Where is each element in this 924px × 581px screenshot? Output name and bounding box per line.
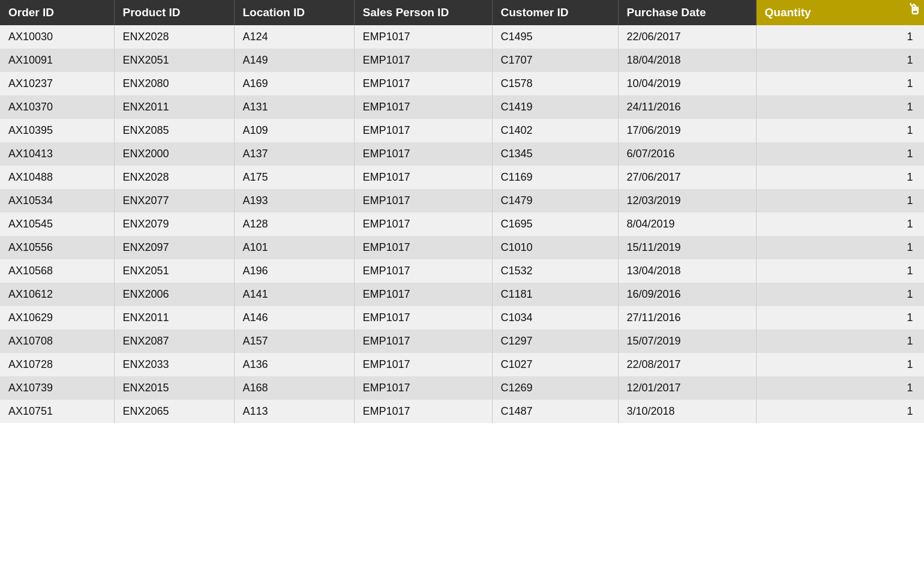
cell-location_id: A169 (234, 72, 354, 95)
cell-product_id: ENX2011 (114, 95, 234, 119)
cell-sales_person_id: EMP1017 (354, 376, 492, 400)
table-row: AX10370ENX2011A131EMP1017C141924/11/2016… (0, 95, 924, 119)
cell-purchase_date: 10/04/2019 (618, 72, 756, 95)
table-row: AX10395ENX2085A109EMP1017C140217/06/2019… (0, 119, 924, 142)
cell-customer_id: C1487 (492, 400, 618, 423)
cell-order_id: AX10556 (0, 236, 114, 259)
cell-sales_person_id: EMP1017 (354, 330, 492, 353)
cell-location_id: A101 (234, 236, 354, 259)
cell-location_id: A128 (234, 212, 354, 236)
cell-product_id: ENX2079 (114, 212, 234, 236)
cell-quantity: 1 (756, 259, 924, 283)
cell-location_id: A131 (234, 95, 354, 119)
cell-customer_id: C1010 (492, 236, 618, 259)
cell-purchase_date: 27/11/2016 (618, 306, 756, 330)
cell-order_id: AX10413 (0, 142, 114, 166)
cell-product_id: ENX2028 (114, 166, 234, 189)
cell-purchase_date: 22/06/2017 (618, 25, 756, 49)
cell-sales_person_id: EMP1017 (354, 119, 492, 142)
cell-order_id: AX10739 (0, 376, 114, 400)
table-row: AX10091ENX2051A149EMP1017C170718/04/2018… (0, 49, 924, 72)
cell-product_id: ENX2011 (114, 306, 234, 330)
cell-location_id: A109 (234, 119, 354, 142)
cell-sales_person_id: EMP1017 (354, 189, 492, 212)
cell-purchase_date: 17/06/2019 (618, 119, 756, 142)
cell-product_id: ENX2051 (114, 259, 234, 283)
cell-quantity: 1 (756, 376, 924, 400)
cell-sales_person_id: EMP1017 (354, 400, 492, 423)
col-header-quantity[interactable]: Quantity 🖱 (756, 0, 924, 25)
cell-location_id: A137 (234, 142, 354, 166)
table-row: AX10751ENX2065A113EMP1017C14873/10/20181 (0, 400, 924, 423)
cell-purchase_date: 15/11/2019 (618, 236, 756, 259)
cell-quantity: 1 (756, 25, 924, 49)
cell-location_id: A124 (234, 25, 354, 49)
cell-quantity: 1 (756, 142, 924, 166)
cell-order_id: AX10545 (0, 212, 114, 236)
cell-customer_id: C1578 (492, 72, 618, 95)
cell-sales_person_id: EMP1017 (354, 353, 492, 376)
cell-order_id: AX10395 (0, 119, 114, 142)
cell-customer_id: C1297 (492, 330, 618, 353)
cell-product_id: ENX2028 (114, 25, 234, 49)
cell-order_id: AX10370 (0, 95, 114, 119)
cell-quantity: 1 (756, 353, 924, 376)
cell-quantity: 1 (756, 330, 924, 353)
cell-customer_id: C1269 (492, 376, 618, 400)
table-row: AX10488ENX2028A175EMP1017C116927/06/2017… (0, 166, 924, 189)
col-header-order-id: Order ID (0, 0, 114, 25)
cell-quantity: 1 (756, 119, 924, 142)
cell-sales_person_id: EMP1017 (354, 49, 492, 72)
cell-customer_id: C1402 (492, 119, 618, 142)
table-row: AX10413ENX2000A137EMP1017C13456/07/20161 (0, 142, 924, 166)
cell-quantity: 1 (756, 72, 924, 95)
cell-sales_person_id: EMP1017 (354, 166, 492, 189)
cell-customer_id: C1495 (492, 25, 618, 49)
cell-purchase_date: 8/04/2019 (618, 212, 756, 236)
cell-location_id: A168 (234, 376, 354, 400)
cell-product_id: ENX2087 (114, 330, 234, 353)
cell-product_id: ENX2051 (114, 49, 234, 72)
cell-customer_id: C1027 (492, 353, 618, 376)
cell-order_id: AX10751 (0, 400, 114, 423)
table-row: AX10629ENX2011A146EMP1017C103427/11/2016… (0, 306, 924, 330)
cell-product_id: ENX2065 (114, 400, 234, 423)
cell-sales_person_id: EMP1017 (354, 306, 492, 330)
col-header-product-id: Product ID (114, 0, 234, 25)
cell-sales_person_id: EMP1017 (354, 72, 492, 95)
cell-customer_id: C1345 (492, 142, 618, 166)
cell-quantity: 1 (756, 166, 924, 189)
cell-quantity: 1 (756, 49, 924, 72)
cell-order_id: AX10612 (0, 283, 114, 306)
cell-customer_id: C1181 (492, 283, 618, 306)
cell-purchase_date: 18/04/2018 (618, 49, 756, 72)
cell-sales_person_id: EMP1017 (354, 95, 492, 119)
cursor-icon: 🖱 (907, 2, 922, 17)
cell-quantity: 1 (756, 212, 924, 236)
table-row: AX10708ENX2087A157EMP1017C129715/07/2019… (0, 330, 924, 353)
cell-product_id: ENX2080 (114, 72, 234, 95)
cell-purchase_date: 24/11/2016 (618, 95, 756, 119)
table-row: AX10568ENX2051A196EMP1017C153213/04/2018… (0, 259, 924, 283)
cell-order_id: AX10534 (0, 189, 114, 212)
col-header-purchase-date: Purchase Date (618, 0, 756, 25)
cell-purchase_date: 12/03/2019 (618, 189, 756, 212)
quantity-label: Quantity (765, 6, 811, 19)
table-row: AX10612ENX2006A141EMP1017C118116/09/2016… (0, 283, 924, 306)
cell-quantity: 1 (756, 236, 924, 259)
cell-customer_id: C1169 (492, 166, 618, 189)
cell-product_id: ENX2033 (114, 353, 234, 376)
cell-location_id: A193 (234, 189, 354, 212)
cell-product_id: ENX2085 (114, 119, 234, 142)
col-header-location-id: Location ID (234, 0, 354, 25)
cell-purchase_date: 13/04/2018 (618, 259, 756, 283)
cell-order_id: AX10708 (0, 330, 114, 353)
cell-product_id: ENX2097 (114, 236, 234, 259)
cell-location_id: A113 (234, 400, 354, 423)
col-header-sales-person-id: Sales Person ID (354, 0, 492, 25)
cell-order_id: AX10237 (0, 72, 114, 95)
table-row: AX10030ENX2028A124EMP1017C149522/06/2017… (0, 25, 924, 49)
cell-order_id: AX10568 (0, 259, 114, 283)
cell-location_id: A149 (234, 49, 354, 72)
cell-location_id: A141 (234, 283, 354, 306)
